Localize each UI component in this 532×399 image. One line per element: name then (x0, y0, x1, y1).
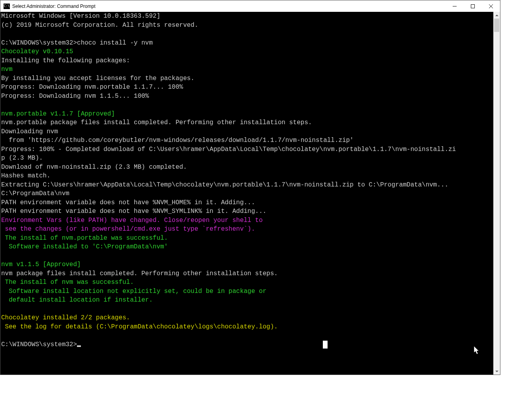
terminal-line: see the changes (or in powershell/cmd.ex… (1, 225, 493, 234)
scroll-up-button[interactable] (493, 12, 500, 19)
terminal-line: Download of nvm-noinstall.zip (2.3 MB) c… (1, 163, 493, 172)
scroll-down-button[interactable] (493, 368, 500, 375)
text-cursor (77, 345, 81, 347)
terminal-line: The install of nvm was successful. (1, 278, 493, 287)
app-icon: C:\ (4, 4, 10, 9)
terminal-line: Microsoft Windows [Version 10.0.18363.59… (1, 12, 493, 21)
terminal-line: C:\ProgramData\nvm (1, 189, 493, 198)
terminal-line: p (2.3 MB). (1, 154, 493, 163)
terminal-prompt-line[interactable]: C:\WINDOWS\system32> (1, 340, 493, 349)
terminal-line: nvm.portable package files install compl… (1, 118, 493, 127)
maximize-button[interactable] (464, 0, 482, 12)
terminal-line: nvm v1.1.5 [Approved] (1, 260, 493, 269)
window-titlebar[interactable]: C:\ Select Administrator: Command Prompt (0, 0, 500, 12)
terminal-line: Progress: Downloading nvm 1.1.5... 100% (1, 92, 493, 101)
terminal-line: Chocolatey v0.10.15 (1, 47, 493, 56)
window-title: Select Administrator: Command Prompt (12, 4, 96, 9)
terminal-line: Software installed to 'C:\ProgramData\nv… (1, 242, 493, 252)
terminal-line (1, 252, 493, 261)
terminal-line: PATH environment variable does not have … (1, 198, 493, 207)
terminal-line (1, 331, 493, 340)
terminal-line: The install of nvm.portable was successf… (1, 234, 493, 243)
terminal-line: Progress: 100% - Completed download of C… (1, 145, 493, 154)
terminal-line: PATH environment variable does not have … (1, 207, 493, 216)
terminal-line: from 'https://github.com/coreybutler/nvm… (1, 136, 493, 145)
selection-marker (323, 341, 328, 349)
minimize-button[interactable] (446, 0, 464, 12)
terminal-line (1, 305, 493, 314)
terminal-line: See the log for details (C:\ProgramData\… (1, 323, 493, 332)
terminal-line (1, 101, 493, 110)
terminal-output[interactable]: Microsoft Windows [Version 10.0.18363.59… (0, 12, 493, 375)
terminal-line: Hashes match. (1, 172, 493, 181)
terminal-line: Chocolatey installed 2/2 packages. (1, 313, 493, 323)
terminal-line: Downloading nvm (1, 127, 493, 136)
terminal-line: C:\WINDOWS\system32>choco install -y nvm (1, 39, 493, 48)
terminal-line: (c) 2019 Microsoft Corporation. All righ… (1, 21, 493, 30)
terminal-line: Installing the following packages: (1, 56, 493, 65)
terminal-line: nvm package files install completed. Per… (1, 269, 493, 278)
terminal-line: Software install location not explicitly… (1, 287, 493, 296)
terminal-line: Environment Vars (like PATH) have change… (1, 216, 493, 225)
terminal-line: Progress: Downloading nvm.portable 1.1.7… (1, 83, 493, 92)
svg-rect-1 (471, 4, 475, 8)
terminal-line: nvm (1, 65, 493, 74)
scroll-thumb[interactable] (494, 19, 499, 32)
terminal-line: By installing you accept licenses for th… (1, 74, 493, 83)
terminal-line: nvm.portable v1.1.7 [Approved] (1, 110, 493, 119)
terminal-line: default install location if installer. (1, 296, 493, 305)
close-button[interactable] (482, 0, 500, 12)
terminal-line (1, 30, 493, 39)
vertical-scrollbar[interactable] (493, 12, 500, 375)
terminal-line: Extracting C:\Users\hramer\AppData\Local… (1, 181, 493, 190)
